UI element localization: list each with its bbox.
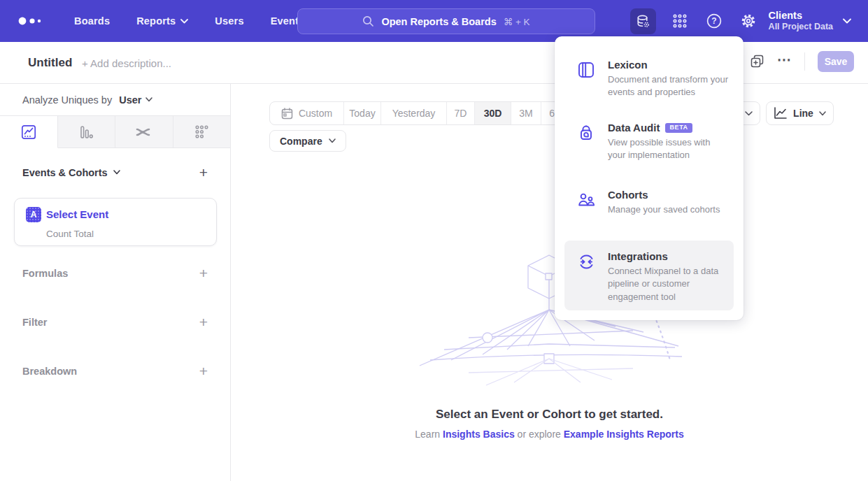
menu-item-description: Manage your saved cohorts	[608, 203, 730, 216]
settings-gear-icon	[740, 13, 757, 29]
data-management-button[interactable]	[630, 8, 656, 34]
project-name: Clients	[769, 9, 833, 22]
tab-retention-grid[interactable]	[173, 116, 231, 148]
breakdown-label: Breakdown	[22, 366, 77, 377]
compare-button[interactable]: Compare	[269, 130, 346, 152]
dot-grid-tab-icon	[193, 124, 210, 141]
chevron-down-icon	[819, 111, 826, 116]
formulas-section: Formulas +	[0, 266, 230, 280]
nav-item-users[interactable]: Users	[215, 15, 243, 27]
tab-flow-chart[interactable]	[115, 116, 173, 148]
settings-button[interactable]	[736, 8, 762, 34]
line-chart-icon	[774, 107, 788, 120]
svg-text:?: ?	[711, 16, 716, 26]
date-range-yesterday[interactable]: Yesterday	[381, 102, 447, 124]
select-event-label[interactable]: Select Event	[46, 208, 108, 220]
report-description-input[interactable]: + Add description...	[82, 57, 171, 69]
empty-state-title: Select an Event or Cohort to get started…	[231, 408, 868, 422]
date-range-label: Today	[349, 108, 375, 119]
events-cohorts-header: Events & Cohorts +	[0, 165, 230, 180]
audit-magnifier-icon	[577, 124, 595, 142]
events-cohorts-toggle[interactable]: Events & Cohorts	[22, 167, 120, 178]
menu-item-integrations[interactable]: Integrations Connect Mixpanel to a data …	[564, 240, 734, 310]
calendar-icon	[281, 108, 293, 120]
chevron-down-icon	[113, 170, 120, 175]
cohorts-users-icon	[577, 191, 596, 209]
date-range-label: Yesterday	[392, 108, 436, 119]
chart-type-tabs	[0, 116, 230, 148]
date-range-label: 7D	[455, 108, 467, 119]
add-breakdown-button[interactable]: +	[199, 364, 208, 378]
date-range-3m[interactable]: 3M	[511, 102, 541, 124]
compare-label: Compare	[280, 136, 322, 147]
add-filter-button[interactable]: +	[199, 315, 208, 329]
apps-grid-icon	[671, 13, 688, 29]
database-gear-icon	[635, 13, 651, 29]
analyze-value-label: User	[119, 94, 141, 106]
menu-item-description: Connect Mixpanel to a data pipeline or c…	[608, 265, 730, 303]
menu-item-title: Data Audit	[608, 122, 660, 134]
date-range-today[interactable]: Today	[344, 102, 381, 124]
analyze-uniques-row: Analyze Uniques by User	[0, 84, 230, 116]
formulas-label: Formulas	[22, 268, 68, 279]
search-shortcut: ⌘ + K	[504, 16, 530, 27]
menu-item-cohorts[interactable]: Cohorts Manage your saved cohorts	[564, 189, 734, 238]
filter-label: Filter	[22, 317, 47, 328]
tab-line-chart[interactable]	[0, 116, 58, 148]
menu-item-description: View possible issues with your implement…	[608, 136, 730, 162]
duplicate-icon[interactable]	[750, 55, 764, 69]
menu-item-lexicon[interactable]: Lexicon Document and transform your even…	[564, 59, 734, 119]
tab-bar-chart[interactable]	[58, 116, 116, 148]
top-nav: Boards Reports Users Events Open Reports…	[0, 0, 868, 42]
search-placeholder: Open Reports & Boards	[381, 16, 496, 27]
help-button[interactable]: ?	[702, 8, 727, 34]
report-title[interactable]: Untitled	[28, 56, 72, 70]
empty-state-links: Learn Insights Basics or explore Example…	[231, 429, 868, 440]
chevron-down-icon	[329, 138, 336, 143]
nav-links: Boards Reports Users Events	[74, 15, 304, 27]
project-scope: All Project Data	[769, 22, 833, 33]
analyze-label: Analyze Uniques by	[22, 94, 112, 106]
nav-item-reports[interactable]: Reports	[136, 15, 188, 27]
more-options-button[interactable]: ⋯	[777, 52, 792, 71]
chevron-down-icon	[145, 97, 152, 102]
event-card[interactable]: A Select Event Count Total	[14, 198, 217, 246]
insights-basics-link[interactable]: Insights Basics	[443, 429, 515, 440]
menu-item-title: Lexicon	[608, 59, 648, 71]
example-reports-link[interactable]: Example Insights Reports	[564, 429, 684, 440]
filter-section: Filter +	[0, 315, 230, 329]
count-total-label[interactable]: Count Total	[46, 229, 94, 239]
query-builder-sidebar: Analyze Uniques by User	[0, 84, 231, 481]
analyze-value-dropdown[interactable]: User	[119, 94, 152, 106]
bar-chart-tab-icon	[78, 124, 94, 141]
flow-tab-icon	[135, 124, 153, 141]
chevron-down-icon	[843, 18, 851, 24]
project-selector[interactable]: Clients All Project Data	[769, 9, 851, 33]
chart-type-label: Line	[793, 108, 813, 119]
line-chart-tab-icon	[20, 124, 37, 141]
nav-item-label: Users	[215, 15, 243, 27]
date-range-7d[interactable]: 7D	[447, 102, 475, 124]
events-cohorts-label: Events & Cohorts	[22, 167, 108, 178]
mixpanel-logo-icon[interactable]	[17, 15, 50, 27]
menu-item-data-audit[interactable]: Data Audit BETA View possible issues wit…	[564, 122, 734, 187]
integrations-sync-icon	[577, 252, 596, 271]
global-search-input[interactable]: Open Reports & Boards ⌘ + K	[297, 8, 595, 34]
chart-type-dropdown[interactable]: Line	[766, 101, 834, 125]
save-button[interactable]: Save	[818, 51, 854, 72]
nav-item-label: Boards	[74, 15, 110, 27]
menu-item-title: Cohorts	[608, 189, 648, 201]
nav-item-boards[interactable]: Boards	[74, 15, 110, 27]
breakdown-section: Breakdown +	[0, 364, 230, 378]
menu-item-title: Integrations	[608, 250, 668, 262]
divider	[804, 52, 805, 71]
apps-grid-button[interactable]	[667, 8, 693, 34]
header-actions: ⋯ Save	[750, 51, 854, 72]
date-range-label: 3M	[519, 108, 532, 119]
date-range-30d[interactable]: 30D	[475, 102, 511, 124]
date-range-custom[interactable]: Custom	[270, 102, 344, 124]
add-formula-button[interactable]: +	[199, 266, 208, 280]
nav-right-actions: ? Clients All Project Data	[630, 0, 868, 42]
add-event-button[interactable]: +	[199, 165, 208, 180]
chevron-down-icon	[180, 19, 188, 24]
